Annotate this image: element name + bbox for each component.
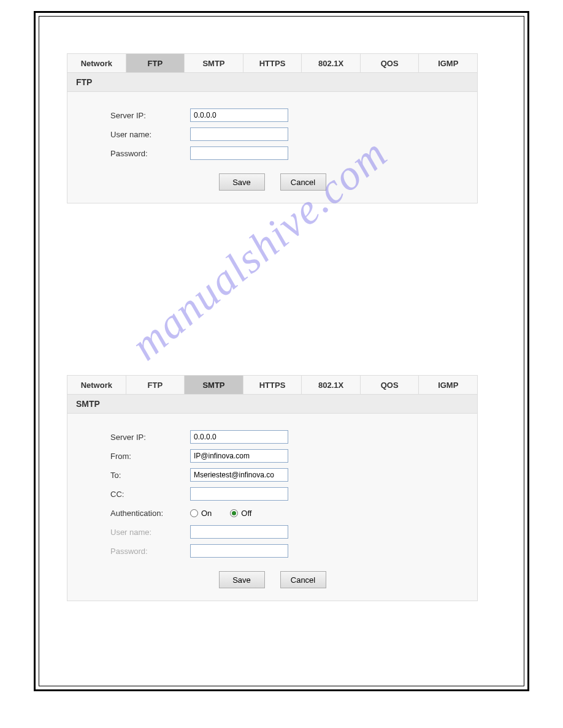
ftp-section-header: FTP — [67, 73, 478, 92]
smtp-config-panel: Network FTP SMTP HTTPS 802.1X QOS IGMP S… — [67, 375, 478, 601]
smtp-username-input[interactable] — [190, 525, 288, 539]
ftp-password-label: Password: — [110, 149, 190, 158]
smtp-auth-radios: On Off — [190, 509, 251, 518]
smtp-cc-row: CC: — [110, 486, 434, 502]
ftp-cancel-button[interactable]: Cancel — [280, 173, 326, 191]
smtp-cc-input[interactable] — [190, 487, 288, 501]
smtp-from-row: From: — [110, 448, 434, 464]
tab-smtp[interactable]: SMTP — [185, 54, 243, 72]
radio-off-icon — [230, 509, 238, 517]
tab-ftp[interactable]: FTP — [126, 54, 185, 72]
radio-on-icon — [190, 509, 198, 517]
smtp-server-ip-label: Server IP: — [110, 433, 190, 442]
smtp-password-label: Password: — [110, 547, 190, 556]
smtp-cc-label: CC: — [110, 490, 190, 499]
smtp-form: Server IP: From: To: CC: Authentication: — [67, 414, 478, 601]
tab-igmp[interactable]: IGMP — [419, 54, 477, 72]
smtp-section-header: SMTP — [67, 395, 478, 414]
smtp-to-label: To: — [110, 471, 190, 480]
ftp-username-row: User name: — [110, 126, 434, 142]
smtp-auth-on[interactable]: On — [190, 509, 212, 518]
outer-frame: Network FTP SMTP HTTPS 802.1X QOS IGMP F… — [34, 11, 529, 691]
smtp-from-input[interactable] — [190, 449, 288, 463]
ftp-server-ip-input[interactable] — [190, 108, 288, 122]
tab-network[interactable]: Network — [67, 54, 126, 72]
tab-network-2[interactable]: Network — [67, 376, 126, 394]
tab-https[interactable]: HTTPS — [243, 54, 302, 72]
ftp-form: Server IP: User name: Password: Save Can… — [67, 92, 478, 203]
smtp-from-label: From: — [110, 452, 190, 461]
smtp-username-row: User name: — [110, 524, 434, 540]
ftp-username-input[interactable] — [190, 127, 288, 141]
smtp-password-input[interactable] — [190, 544, 288, 558]
smtp-cancel-button[interactable]: Cancel — [280, 571, 326, 588]
ftp-password-input[interactable] — [190, 146, 288, 160]
radio-on-label: On — [201, 509, 212, 518]
ftp-server-ip-row: Server IP: — [110, 107, 434, 123]
tab-8021x-2[interactable]: 802.1X — [302, 376, 361, 394]
tab-8021x[interactable]: 802.1X — [302, 54, 361, 72]
smtp-password-row: Password: — [110, 543, 434, 559]
radio-off-label: Off — [241, 509, 251, 518]
tab-qos[interactable]: QOS — [361, 54, 419, 72]
smtp-tabs: Network FTP SMTP HTTPS 802.1X QOS IGMP — [67, 375, 478, 395]
smtp-server-ip-input[interactable] — [190, 430, 288, 444]
ftp-config-panel: Network FTP SMTP HTTPS 802.1X QOS IGMP F… — [67, 53, 478, 203]
tab-ftp-2[interactable]: FTP — [126, 376, 185, 394]
ftp-username-label: User name: — [110, 130, 190, 139]
smtp-to-input[interactable] — [190, 468, 288, 482]
ftp-tabs: Network FTP SMTP HTTPS 802.1X QOS IGMP — [67, 53, 478, 73]
smtp-button-row: Save Cancel — [110, 571, 434, 588]
ftp-password-row: Password: — [110, 145, 434, 161]
smtp-username-label: User name: — [110, 528, 190, 537]
ftp-save-button[interactable]: Save — [219, 173, 265, 191]
tab-igmp-2[interactable]: IGMP — [419, 376, 477, 394]
inner-frame: Network FTP SMTP HTTPS 802.1X QOS IGMP F… — [39, 16, 524, 686]
smtp-auth-off[interactable]: Off — [230, 509, 251, 518]
tab-smtp-2[interactable]: SMTP — [185, 376, 243, 394]
tab-qos-2[interactable]: QOS — [361, 376, 419, 394]
ftp-button-row: Save Cancel — [110, 173, 434, 191]
smtp-to-row: To: — [110, 467, 434, 483]
smtp-auth-label: Authentication: — [110, 509, 190, 518]
tab-https-2[interactable]: HTTPS — [243, 376, 302, 394]
smtp-save-button[interactable]: Save — [219, 571, 265, 588]
smtp-auth-row: Authentication: On Off — [110, 505, 434, 521]
ftp-server-ip-label: Server IP: — [110, 111, 190, 120]
smtp-server-ip-row: Server IP: — [110, 429, 434, 445]
